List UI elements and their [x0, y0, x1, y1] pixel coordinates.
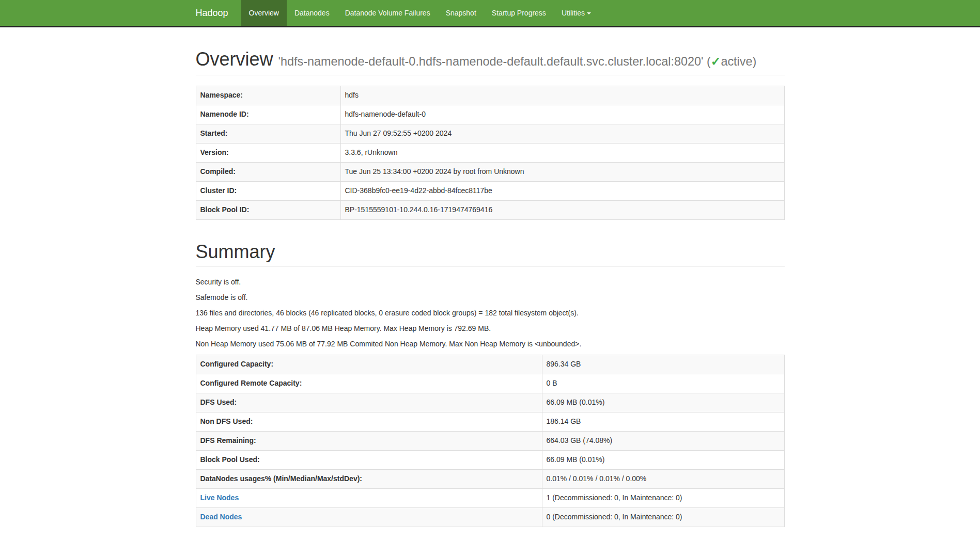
- table-row: Version: 3.3.6, rUnknown: [196, 143, 784, 162]
- nav-link-datanodes[interactable]: Datanodes: [287, 0, 337, 26]
- table-row: Non DFS Used: 186.14 GB: [196, 412, 784, 432]
- table-row: Namenode ID: hdfs-namenode-default-0: [196, 105, 784, 124]
- stat-value: 0.01% / 0.01% / 0.01% / 0.00%: [542, 470, 784, 489]
- overview-title: Overview 'hdfs-namenode-default-0.hdfs-n…: [196, 49, 785, 70]
- summary-title: Summary: [196, 242, 785, 262]
- nav-link-utilities[interactable]: Utilities: [554, 0, 599, 26]
- table-row: Configured Remote Capacity: 0 B: [196, 374, 784, 393]
- stat-value: 0 B: [542, 374, 784, 393]
- stat-label: Dead Nodes: [196, 508, 542, 527]
- stat-label: DFS Remaining:: [196, 432, 542, 451]
- live-nodes-link[interactable]: Live Nodes: [200, 494, 239, 502]
- stat-value: 664.03 GB (74.08%): [542, 432, 784, 451]
- summary-stats-table: Configured Capacity: 896.34 GB Configure…: [196, 355, 785, 527]
- stat-value: 66.09 MB (0.01%): [542, 393, 784, 412]
- overview-page-header: Overview 'hdfs-namenode-default-0.hdfs-n…: [196, 49, 785, 75]
- stat-value: 0 (Decommissioned: 0, In Maintenance: 0): [542, 508, 784, 527]
- nav-item-datanodes: Datanodes: [287, 0, 337, 26]
- table-row: Block Pool ID: BP-1515559101-10.244.0.16…: [196, 200, 784, 219]
- stat-label: Live Nodes: [196, 489, 542, 508]
- info-value: Thu Jun 27 09:52:55 +0200 2024: [340, 124, 784, 143]
- table-row: Dead Nodes 0 (Decommissioned: 0, In Main…: [196, 508, 784, 527]
- stat-label: DataNodes usages% (Min/Median/Max/stdDev…: [196, 470, 542, 489]
- stat-label: Configured Capacity:: [196, 355, 542, 374]
- info-label: Cluster ID:: [196, 181, 340, 200]
- info-value: 3.3.6, rUnknown: [340, 143, 784, 162]
- info-value: hdfs-namenode-default-0: [340, 105, 784, 124]
- table-row: DFS Remaining: 664.03 GB (74.08%): [196, 432, 784, 451]
- nav-item-overview: Overview: [241, 0, 287, 26]
- nav-item-snapshot: Snapshot: [438, 0, 484, 26]
- info-value: hdfs: [340, 86, 784, 105]
- summary-page-header: Summary: [196, 242, 785, 267]
- namenode-address: 'hdfs-namenode-default-0.hdfs-namenode-d…: [278, 55, 757, 68]
- info-label: Namenode ID:: [196, 105, 340, 124]
- safemode-status-text: Safemode is off.: [196, 293, 785, 303]
- hadoop-brand-link[interactable]: Hadoop: [196, 0, 236, 26]
- table-row: Block Pool Used: 66.09 MB (0.01%): [196, 451, 784, 470]
- stat-label: Non DFS Used:: [196, 412, 542, 432]
- info-value: BP-1515559101-10.244.0.16-1719474769416: [340, 200, 784, 219]
- stat-value: 896.34 GB: [542, 355, 784, 374]
- nav-link-snapshot[interactable]: Snapshot: [438, 0, 484, 26]
- navbar-menu: Overview Datanodes Datanode Volume Failu…: [241, 0, 599, 26]
- info-label: Namespace:: [196, 86, 340, 105]
- table-row: Configured Capacity: 896.34 GB: [196, 355, 784, 374]
- table-row: DataNodes usages% (Min/Median/Max/stdDev…: [196, 470, 784, 489]
- info-label: Started:: [196, 124, 340, 143]
- dead-nodes-link[interactable]: Dead Nodes: [200, 513, 242, 521]
- stat-label: Configured Remote Capacity:: [196, 374, 542, 393]
- info-label: Compiled:: [196, 162, 340, 181]
- nav-link-overview[interactable]: Overview: [241, 0, 287, 26]
- filesystem-objects-text: 136 files and directories, 46 blocks (46…: [196, 308, 785, 319]
- info-value: Tue Jun 25 13:34:00 +0200 2024 by root f…: [340, 162, 784, 181]
- nav-link-datanode-volume-failures[interactable]: Datanode Volume Failures: [337, 0, 438, 26]
- table-row: Compiled: Tue Jun 25 13:34:00 +0200 2024…: [196, 162, 784, 181]
- nav-item-datanode-volume-failures: Datanode Volume Failures: [337, 0, 438, 26]
- table-row: DFS Used: 66.09 MB (0.01%): [196, 393, 784, 412]
- heap-memory-text: Heap Memory used 41.77 MB of 87.06 MB He…: [196, 324, 785, 334]
- namenode-info-table: Namespace: hdfs Namenode ID: hdfs-nameno…: [196, 86, 785, 220]
- info-value: CID-368b9fc0-ee19-4d22-abbd-84fcec8117be: [340, 181, 784, 200]
- info-label: Version:: [196, 143, 340, 162]
- table-row: Namespace: hdfs: [196, 86, 784, 105]
- stat-value: 1 (Decommissioned: 0, In Maintenance: 0): [542, 489, 784, 508]
- stat-label: DFS Used:: [196, 393, 542, 412]
- table-row: Cluster ID: CID-368b9fc0-ee19-4d22-abbd-…: [196, 181, 784, 200]
- info-label: Block Pool ID:: [196, 200, 340, 219]
- utilities-label: Utilities: [562, 9, 585, 17]
- table-row: Live Nodes 1 (Decommissioned: 0, In Main…: [196, 489, 784, 508]
- stat-value: 66.09 MB (0.01%): [542, 451, 784, 470]
- security-status-text: Security is off.: [196, 277, 785, 288]
- main-content: Overview 'hdfs-namenode-default-0.hdfs-n…: [188, 49, 792, 527]
- nav-item-utilities-dropdown: Utilities: [554, 0, 599, 26]
- namenode-state: (✓active): [707, 55, 756, 68]
- active-check-icon: ✓: [711, 55, 721, 68]
- stat-label: Block Pool Used:: [196, 451, 542, 470]
- top-navbar: Hadoop Overview Datanodes Datanode Volum…: [0, 0, 980, 27]
- caret-down-icon: [587, 12, 591, 14]
- table-row: Started: Thu Jun 27 09:52:55 +0200 2024: [196, 124, 784, 143]
- non-heap-memory-text: Non Heap Memory used 75.06 MB of 77.92 M…: [196, 339, 785, 350]
- stat-value: 186.14 GB: [542, 412, 784, 432]
- nav-link-startup-progress[interactable]: Startup Progress: [484, 0, 554, 26]
- nav-item-startup-progress: Startup Progress: [484, 0, 554, 26]
- overview-title-text: Overview: [196, 49, 273, 70]
